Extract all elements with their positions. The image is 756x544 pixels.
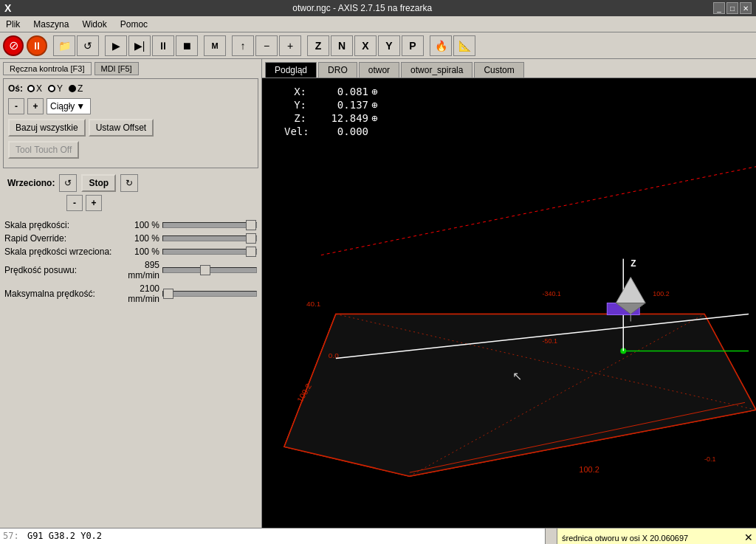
canvas-area[interactable]: X: 0.081 ⊕ Y: 0.137 ⊕ Z: 12.849 ⊕ Vel: 0…: [262, 78, 756, 528]
x-button[interactable]: X: [354, 35, 377, 56]
slider-spindle-value: 100 %: [123, 247, 159, 257]
menu-plik[interactable]: Plik: [3, 18, 23, 31]
slider-spindle-speed: Skala prędkości wrzeciona: 100 %: [4, 247, 257, 257]
sliders-section: Skala prędkości: 100 % Rapid Override: 1…: [0, 217, 261, 310]
radio-z-icon: [69, 85, 76, 92]
slider-speed: Skala prędkości: 100 %: [4, 220, 257, 230]
measure-button[interactable]: 📐: [453, 35, 475, 56]
title-bar: X otwor.ngc - AXIS 2.7.15 na frezarka _ …: [0, 0, 756, 16]
tab-custom[interactable]: Custom: [474, 62, 523, 78]
slider-maxspeed-value: 2100 mm/min: [123, 283, 159, 304]
coord-x-row: X: 0.081 ⊕: [284, 86, 377, 97]
spindle-cw-button[interactable]: ↻: [120, 174, 138, 192]
spindle-plus-button[interactable]: +: [86, 195, 102, 211]
menu-pomoc[interactable]: Pomoc: [117, 18, 151, 31]
slider-maxspeed-track[interactable]: [162, 291, 257, 297]
axis-section: Oś: X Y Z -: [3, 78, 258, 168]
tab-otwor[interactable]: otwor: [359, 62, 399, 78]
coord-x-icon: ⊕: [371, 86, 377, 97]
menu-maszyna[interactable]: Maszyna: [30, 18, 72, 31]
menu-widok[interactable]: Widok: [79, 18, 109, 31]
touch-off-row: Tool Touch Off: [8, 141, 253, 159]
coord-vel-value: 0.000: [309, 125, 368, 137]
window-controls[interactable]: _ □ ✕: [713, 2, 752, 14]
tab-mdi[interactable]: MDI [F5]: [94, 62, 139, 75]
y-button[interactable]: Y: [378, 35, 400, 56]
axis-y-option[interactable]: Y: [48, 83, 63, 94]
dropdown-arrow: ▼: [76, 101, 85, 111]
spindle-section: Wrzeciono: ↺ Stop ↻ - +: [3, 171, 258, 214]
z-button[interactable]: Z: [307, 35, 329, 56]
spindle-speed-buttons: - +: [66, 195, 254, 211]
step-button[interactable]: ▶|: [128, 35, 151, 56]
slider-rapid-track[interactable]: [162, 235, 257, 241]
pause2-button[interactable]: ⏸: [152, 35, 174, 56]
coord-z-row: Z: 12.849 ⊕: [284, 112, 377, 124]
close-button[interactable]: ✕: [740, 2, 752, 14]
n-button[interactable]: N: [331, 35, 353, 56]
jog-minus-button[interactable]: -: [8, 98, 24, 114]
tool-touch-off-button[interactable]: Tool Touch Off: [8, 141, 79, 159]
spindle-ccw-button[interactable]: ↺: [59, 174, 77, 192]
slider-feedrate-track[interactable]: [162, 267, 257, 273]
tab-dro[interactable]: DRO: [318, 62, 357, 78]
plus-button[interactable]: +: [279, 35, 301, 56]
app-icon: X: [4, 2, 11, 14]
set-offset-button[interactable]: Ustaw Offset: [89, 119, 154, 137]
label-x-neg: -50.1: [542, 337, 557, 345]
coord-z-icon: ⊕: [371, 112, 377, 124]
minimize-button[interactable]: _: [713, 2, 725, 14]
home-all-button[interactable]: Bazuj wszystkie: [8, 119, 86, 137]
main-area: Ręczna kontrola [F3] MDI [F5] Oś: X Y: [0, 59, 756, 528]
left-panel: Ręczna kontrola [F3] MDI [F5] Oś: X Y: [0, 59, 262, 528]
fire-button[interactable]: 🔥: [430, 35, 452, 56]
p-button[interactable]: P: [402, 35, 424, 56]
slider-spindle-thumb[interactable]: [246, 247, 256, 257]
window-title: otwor.ngc - AXIS 2.7.15 na frezarka: [11, 3, 713, 13]
spindle-stop-button[interactable]: Stop: [81, 174, 116, 192]
emergency-stop-button[interactable]: ⊘: [3, 35, 24, 56]
pause-button[interactable]: ⏸: [27, 35, 47, 56]
slider-spindle-track[interactable]: [162, 249, 257, 255]
label-bottom-right: -0.1: [704, 455, 715, 463]
tab-reczna[interactable]: Ręczna kontrola [F3]: [3, 62, 92, 75]
slider-rapid-label: Rapid Override:: [4, 233, 123, 244]
open-button[interactable]: 📁: [53, 35, 75, 56]
slider-maxspeed-thumb[interactable]: [163, 289, 173, 299]
reload-button[interactable]: ↺: [77, 35, 99, 56]
slider-rapid-value: 100 %: [123, 233, 159, 244]
tab-podglad[interactable]: Podgląd: [265, 62, 317, 78]
jog-controls: - + Ciągły ▼: [8, 98, 253, 114]
coord-vel-label: Vel:: [284, 125, 306, 137]
slider-speed-track[interactable]: [162, 222, 257, 228]
slider-feedrate-thumb[interactable]: [200, 265, 210, 275]
slider-feedrate-label: Prędkość posuwu:: [4, 265, 123, 275]
info-close-button[interactable]: ✕: [744, 531, 753, 543]
run-button[interactable]: ▶: [105, 35, 127, 56]
spindle-minus-button[interactable]: -: [66, 195, 83, 211]
radio-x-icon: [27, 85, 35, 92]
coord-y-row: Y: 0.137 ⊕: [284, 99, 377, 111]
label-340: -340.1: [542, 290, 560, 297]
jog-plus-button[interactable]: +: [27, 98, 44, 114]
up-button[interactable]: ↑: [232, 35, 254, 56]
m-button[interactable]: M: [204, 35, 226, 56]
maximize-button[interactable]: □: [726, 2, 738, 14]
slider-speed-thumb[interactable]: [246, 220, 256, 230]
stop-button[interactable]: ⏹: [176, 35, 198, 56]
axis-row: Oś: X Y Z: [8, 83, 253, 94]
log-scrollbar[interactable]: [545, 528, 557, 544]
log-num-57: 57:: [3, 531, 19, 541]
axis-x-option[interactable]: X: [27, 83, 42, 94]
axis-label: Oś:: [8, 83, 23, 94]
tab-otwor-spirala[interactable]: otwor_spirala: [401, 62, 472, 78]
view-tabs: Podgląd DRO otwor otwor_spirala Custom: [262, 59, 756, 78]
coord-z-label: Z:: [284, 112, 306, 124]
jog-mode-dropdown[interactable]: Ciągły ▼: [47, 98, 91, 114]
minus-button[interactable]: −: [255, 35, 278, 56]
axis-z-option[interactable]: Z: [69, 83, 83, 94]
slider-spindle-label: Skala prędkości wrzeciona:: [4, 247, 123, 257]
log-panel: 57: G91 G38.2 Y0.2 58: #1005=#5062 59: G…: [0, 528, 545, 544]
coord-vel-row: Vel: 0.000: [284, 125, 377, 137]
slider-rapid-thumb[interactable]: [246, 233, 256, 244]
